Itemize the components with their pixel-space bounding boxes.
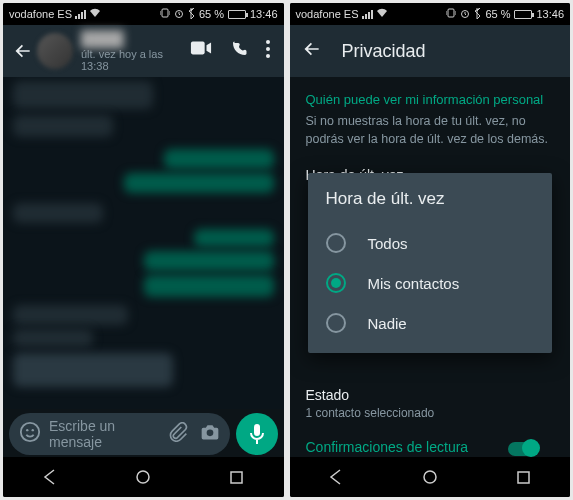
alarm-icon [460, 8, 470, 20]
phone-settings: vodafone ES 65 % 13:46 Privacidad Quién … [290, 3, 571, 497]
svg-point-6 [266, 47, 270, 51]
battery-pct: 65 % [485, 8, 510, 20]
clock-label: 13:46 [250, 8, 278, 20]
emoji-icon[interactable] [19, 421, 41, 447]
battery-icon [228, 10, 246, 19]
camera-icon[interactable] [200, 423, 220, 445]
nav-home[interactable] [416, 463, 444, 491]
android-navbar [3, 457, 284, 497]
read-receipts-toggle[interactable] [508, 442, 538, 456]
attach-icon[interactable] [168, 422, 188, 446]
nav-recent[interactable] [223, 463, 251, 491]
svg-point-9 [26, 429, 28, 431]
radio-icon [326, 233, 346, 253]
bluetooth-icon [474, 8, 481, 21]
nav-home[interactable] [129, 463, 157, 491]
nav-back[interactable] [322, 463, 350, 491]
nav-recent[interactable] [509, 463, 537, 491]
section-description: Si no muestras la hora de tu últ. vez, n… [306, 113, 555, 148]
radio-icon [326, 313, 346, 333]
message-input-bar: Escribe un mensaje [9, 413, 278, 455]
svg-rect-14 [231, 472, 242, 483]
android-navbar [290, 457, 571, 497]
status-bar: vodafone ES 65 % 13:46 [3, 3, 284, 25]
svg-rect-15 [448, 9, 454, 17]
carrier-label: vodafone ES [9, 8, 72, 20]
status-bar: vodafone ES 65 % 13:46 [290, 3, 571, 25]
option-my-contacts[interactable]: Mis contactos [326, 263, 535, 303]
option-nobody[interactable]: Nadie [326, 303, 535, 343]
svg-rect-4 [190, 42, 204, 55]
clock-label: 13:46 [536, 8, 564, 20]
battery-icon [514, 10, 532, 19]
dialog-title: Hora de últ. vez [326, 189, 535, 209]
option-label: Mis contactos [368, 275, 460, 292]
input-placeholder: Escribe un mensaje [49, 418, 168, 450]
signal-icon [75, 10, 86, 19]
mic-button[interactable] [236, 413, 278, 455]
wifi-icon [376, 8, 388, 20]
svg-rect-20 [518, 472, 529, 483]
carrier-label: vodafone ES [296, 8, 359, 20]
signal-icon [362, 10, 373, 19]
svg-point-13 [137, 471, 149, 483]
video-call-icon[interactable] [190, 40, 212, 62]
svg-point-7 [266, 54, 270, 58]
svg-point-8 [21, 423, 39, 441]
back-button[interactable] [9, 41, 37, 61]
chat-messages[interactable] [3, 77, 284, 409]
svg-rect-12 [254, 424, 260, 436]
svg-point-11 [206, 430, 213, 437]
avatar[interactable] [37, 33, 73, 69]
alarm-icon [174, 8, 184, 20]
nav-back[interactable] [36, 463, 64, 491]
svg-point-19 [424, 471, 436, 483]
back-button[interactable] [302, 39, 322, 63]
phone-chat: vodafone ES 65 % 13:46 ████ últ. vez hoy… [3, 3, 284, 497]
chat-title-area[interactable]: ████ últ. vez hoy a las 13:38 [81, 30, 190, 72]
svg-point-5 [266, 40, 270, 44]
wifi-icon [89, 8, 101, 20]
section-heading: Quién puede ver mi información personal [306, 91, 555, 109]
read-receipts-label[interactable]: Confirmaciones de lectura [306, 438, 511, 458]
contact-name: ████ [81, 30, 190, 47]
more-icon[interactable] [266, 40, 270, 62]
option-label: Nadie [368, 315, 407, 332]
vibrate-icon [446, 8, 456, 20]
svg-point-10 [32, 429, 34, 431]
battery-pct: 65 % [199, 8, 224, 20]
vibrate-icon [160, 8, 170, 20]
page-title: Privacidad [342, 41, 426, 62]
bluetooth-icon [188, 8, 195, 21]
radio-icon [326, 273, 346, 293]
last-seen-dialog: Hora de últ. vez Todos Mis contactos Nad… [308, 173, 553, 353]
settings-header: Privacidad [290, 25, 571, 77]
option-everyone[interactable]: Todos [326, 223, 535, 263]
last-seen-label: últ. vez hoy a las 13:38 [81, 48, 190, 72]
option-label: Todos [368, 235, 408, 252]
message-input[interactable]: Escribe un mensaje [9, 413, 230, 455]
svg-rect-0 [162, 9, 168, 17]
status-row-sub: 1 contacto seleccionado [306, 405, 555, 422]
chat-header: ████ últ. vez hoy a las 13:38 [3, 25, 284, 77]
status-row-label[interactable]: Estado [306, 386, 555, 406]
voice-call-icon[interactable] [230, 40, 248, 62]
